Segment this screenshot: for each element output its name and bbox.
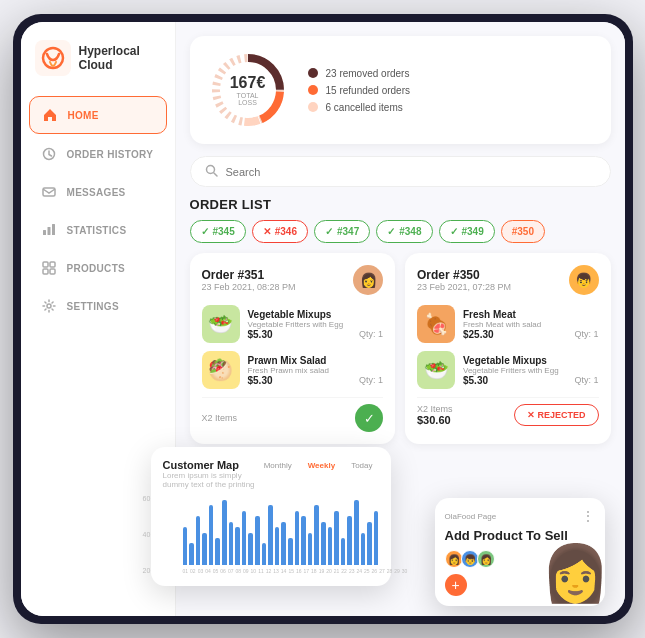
bar-chart-icon [41, 222, 57, 238]
chart-bar-22 [321, 522, 326, 565]
home-icon [42, 107, 58, 123]
x-label-11: 11 [258, 568, 264, 574]
sidebar-item-home[interactable]: HOME [29, 96, 167, 134]
chart-bar-20 [308, 533, 313, 566]
chart-bar-4 [202, 533, 207, 566]
grid-icon [41, 260, 57, 276]
period-weekly[interactable]: Weekly [302, 459, 341, 472]
order-item-351-0: 🥗 Vegetable Mixups Vegetable Fritters wi… [202, 305, 384, 343]
add-card-header: OlaFood Page ⋮ [445, 508, 595, 524]
logo-text: Hyperlocal Cloud [79, 44, 140, 73]
order-tab-349[interactable]: ✓ #349 [439, 220, 495, 243]
card-header-351: Order #351 23 Feb 2021, 08:28 PM 👩 [202, 265, 384, 295]
order-tab-346[interactable]: ✕ #346 [252, 220, 308, 243]
svg-rect-2 [43, 188, 55, 196]
order-list-title: ORDER LIST [190, 197, 611, 212]
x-label-30: 30 [402, 568, 408, 574]
order-tab-345[interactable]: ✓ #345 [190, 220, 246, 243]
donut-label: 167€ TOTAL LOSS [228, 74, 268, 106]
x-label-04: 04 [205, 568, 211, 574]
chart-bar-9 [235, 527, 240, 565]
x-label-12: 12 [266, 568, 272, 574]
more-options-icon[interactable]: ⋮ [581, 508, 595, 524]
order-tab-350[interactable]: #350 [501, 220, 545, 243]
x-label-20: 20 [326, 568, 332, 574]
reject-button-350[interactable]: ✕ REJECTED [514, 404, 599, 426]
mini-avatar-1: 👩 [445, 550, 463, 568]
stats-bar: 167€ TOTAL LOSS 23 removed orders 15 ref… [190, 36, 611, 144]
chart-bar-29 [367, 522, 372, 565]
avatar-351: 👩 [353, 265, 383, 295]
check-icon-348: ✓ [387, 226, 395, 237]
chart-bar-24 [334, 511, 339, 565]
x-label-08: 08 [235, 568, 241, 574]
x-label-22: 22 [341, 568, 347, 574]
order-item-351-1: 🥙 Prawn Mix Salad Fresh Prawn mix salad … [202, 351, 384, 389]
x-label-06: 06 [220, 568, 226, 574]
order-tab-347[interactable]: ✓ #347 [314, 220, 370, 243]
chart-bar-30 [374, 511, 379, 565]
x-label-27: 27 [379, 568, 385, 574]
chart-bar-25 [341, 538, 346, 565]
tablet-inner: Hyperlocal Cloud HOME [21, 22, 625, 616]
sidebar-item-statistics[interactable]: STATISTICS [29, 212, 167, 248]
x-label-07: 07 [228, 568, 234, 574]
chart-bar-2 [189, 543, 194, 565]
donut-chart: 167€ TOTAL LOSS [208, 50, 288, 130]
search-input[interactable] [226, 166, 596, 178]
chart-bar-1 [183, 527, 188, 565]
chart-wrapper: 60 40 20 0102030405060708091011121314151… [163, 495, 379, 574]
x-label-05: 05 [213, 568, 219, 574]
x-label-24: 24 [356, 568, 362, 574]
clock-icon [41, 146, 57, 162]
sidebar-item-products[interactable]: PRODUCTS [29, 250, 167, 286]
sidebar-item-order-history[interactable]: ORDER HISTORY [29, 136, 167, 172]
svg-point-15 [206, 166, 214, 174]
mini-avatar-3: 👩 [477, 550, 495, 568]
sidebar-item-messages[interactable]: MESSAGES [29, 174, 167, 210]
chart-bar-5 [209, 505, 214, 565]
chart-x-labels: 0102030405060708091011121314151617181920… [183, 568, 379, 574]
svg-rect-6 [43, 262, 48, 267]
x-label-15: 15 [288, 568, 294, 574]
period-buttons: Monthly Weekly Today [258, 459, 379, 472]
chart-bar-10 [242, 511, 247, 565]
legend-dot-refunded [308, 85, 318, 95]
chart-bar-27 [354, 500, 359, 565]
x-label-21: 21 [334, 568, 340, 574]
chart-bar-7 [222, 500, 227, 565]
x-label-28: 28 [387, 568, 393, 574]
search-bar[interactable] [190, 156, 611, 187]
chart-bar-13 [262, 543, 267, 565]
order-list-section: ORDER LIST ✓ #345 ✕ #346 ✓ #347 [190, 197, 611, 444]
legend-refunded-orders: 15 refunded orders [308, 85, 593, 96]
item-image-350-1: 🥗 [417, 351, 455, 389]
map-header: Customer Map Lorem ipsum is simply dummy… [163, 459, 379, 489]
nav-items: HOME ORDER HISTORY [21, 96, 175, 324]
svg-rect-3 [43, 230, 46, 235]
y-axis-labels: 60 40 20 [143, 495, 151, 574]
x-label-10: 10 [251, 568, 257, 574]
sidebar-item-settings[interactable]: SETTINGS [29, 288, 167, 324]
chart-bar-23 [328, 527, 333, 565]
order-tab-348[interactable]: ✓ #348 [376, 220, 432, 243]
order-info-350: Order #350 23 Feb 2021, 07:28 PM [417, 268, 511, 292]
chart-bar-3 [196, 516, 201, 565]
svg-rect-8 [43, 269, 48, 274]
item-image-0: 🥗 [202, 305, 240, 343]
search-icon [205, 164, 218, 179]
accept-button-351[interactable]: ✓ [355, 404, 383, 432]
check-icon-349: ✓ [450, 226, 458, 237]
bar-chart [183, 495, 379, 565]
x-label-14: 14 [281, 568, 287, 574]
x-label-13: 13 [273, 568, 279, 574]
customer-map-card: Customer Map Lorem ipsum is simply dummy… [151, 447, 391, 586]
period-monthly[interactable]: Monthly [258, 459, 298, 472]
x-label-16: 16 [296, 568, 302, 574]
add-product-button[interactable]: + [445, 574, 467, 596]
order-cards: Order #351 23 Feb 2021, 08:28 PM 👩 🥗 Veg… [190, 253, 611, 444]
period-today[interactable]: Today [345, 459, 378, 472]
order-item-350-0: 🍖 Fresh Meat Fresh Meat with salad $25.3… [417, 305, 599, 343]
item-image-1: 🥙 [202, 351, 240, 389]
x-label-25: 25 [364, 568, 370, 574]
